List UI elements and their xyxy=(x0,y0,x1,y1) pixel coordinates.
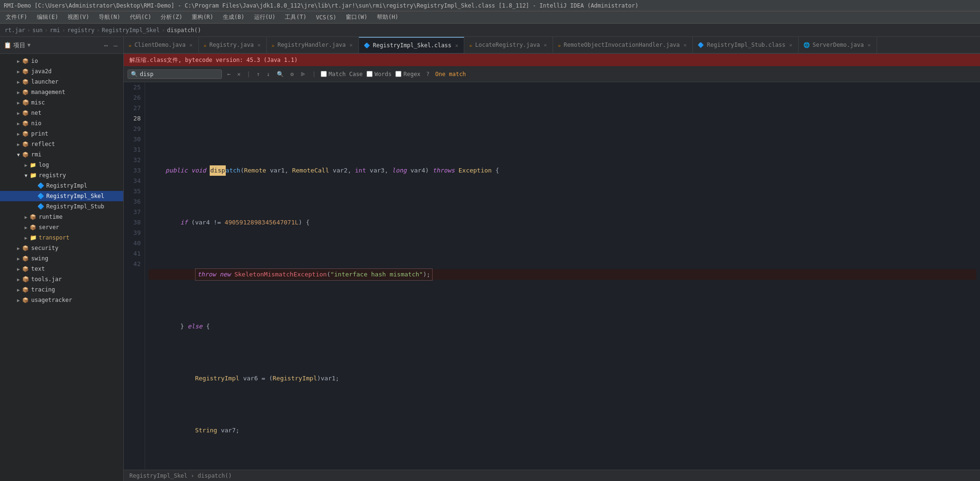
tab-registryhandler[interactable]: ☕ RegistryHandler.java ✕ xyxy=(267,37,359,53)
tree-arrow-log: ▶ xyxy=(23,162,29,168)
search-input[interactable] xyxy=(140,71,196,77)
menu-tools[interactable]: 工具(T) xyxy=(281,12,310,22)
menu-edit[interactable]: 编辑(E) xyxy=(33,12,62,22)
menu-view[interactable]: 视图(V) xyxy=(64,12,93,22)
tree-label-log: log xyxy=(39,162,49,168)
tab-locateregistry[interactable]: ☕ LocateRegistry.java ✕ xyxy=(464,37,553,53)
tree-item-toolsjar[interactable]: ▶ 📦 tools.jar xyxy=(0,274,123,284)
search-words-checkbox[interactable] xyxy=(366,71,373,77)
tree-label-launcher: launcher xyxy=(31,78,59,85)
tab-icon-registryimpl-skel: 🔷 xyxy=(364,43,370,49)
menu-analyze[interactable]: 分析(Z) xyxy=(157,12,186,22)
breadcrumb: rt.jar › sun › rmi › registry › Registry… xyxy=(0,24,980,37)
code-line-27: if (var4 != 4905912898345647071L ) { xyxy=(149,217,976,228)
tab-serverdemo[interactable]: 🌐 ServerDemo.java ✕ xyxy=(799,37,877,53)
search-matchcase-checkbox[interactable] xyxy=(321,71,327,77)
tree-arrow-toolsjar: ▶ xyxy=(15,276,22,283)
search-words-option[interactable]: Words xyxy=(366,71,392,77)
tree-item-server[interactable]: ▶ 📦 server xyxy=(0,222,123,232)
tree-item-registry[interactable]: ▼ 📁 registry xyxy=(0,170,123,180)
tree-label-transport: transport xyxy=(39,234,69,241)
tree-item-swing[interactable]: ▶ 📦 swing xyxy=(0,253,123,264)
tree-item-security[interactable]: ▶ 📦 security xyxy=(0,243,123,253)
search-filter-btn[interactable]: ⫸ xyxy=(299,70,307,78)
breadcrumb-rmi[interactable]: rmi xyxy=(50,27,60,34)
tree-item-registryimpl-skel[interactable]: 🔷 RegistryImpl_Skel xyxy=(0,191,123,201)
search-matchcase-label: Match Case xyxy=(329,71,363,77)
tree-item-text[interactable]: ▶ 📦 text xyxy=(0,264,123,274)
tree-item-management[interactable]: ▶ 📦 management xyxy=(0,87,123,97)
tab-remoteobjinvocationhandler[interactable]: ☕ RemoteObjectInvocationHandler.java ✕ xyxy=(553,37,693,53)
tree-item-runtime[interactable]: ▶ 📦 runtime xyxy=(0,212,123,222)
tree-item-print[interactable]: ▶ 📦 print xyxy=(0,129,123,139)
tab-close-registryimpl-stub[interactable]: ✕ xyxy=(788,42,793,49)
tab-icon-locateregistry: ☕ xyxy=(469,42,472,48)
search-down-btn[interactable]: ↓ xyxy=(265,70,272,78)
tab-close-clientdemo[interactable]: ✕ xyxy=(188,42,194,49)
tree-label-print: print xyxy=(31,130,48,137)
menu-build[interactable]: 生成(B) xyxy=(219,12,248,22)
search-regex-option[interactable]: Regex xyxy=(395,71,420,77)
line-num-34: 34 xyxy=(128,176,141,186)
tab-icon-remoteobjinvocationhandler: ☕ xyxy=(558,42,561,48)
menu-window[interactable]: 窗口(W) xyxy=(342,12,371,22)
menu-navigate[interactable]: 导航(N) xyxy=(95,12,124,22)
search-settings-btn[interactable]: ⚙ xyxy=(289,70,295,78)
sidebar-minimize-icon[interactable]: — xyxy=(112,41,119,50)
tree-item-tracing[interactable]: ▶ 📦 tracing xyxy=(0,284,123,295)
sidebar-gear-icon[interactable]: ⋯ xyxy=(102,41,110,50)
tab-close-registryhandler[interactable]: ✕ xyxy=(349,42,354,49)
breadcrumb-rtjar[interactable]: rt.jar xyxy=(5,27,25,34)
search-regex-checkbox[interactable] xyxy=(395,71,401,77)
tree-item-launcher[interactable]: ▶ 📦 launcher xyxy=(0,77,123,87)
tab-registry[interactable]: ☕ Registry.java ✕ xyxy=(199,37,267,53)
tab-close-locateregistry[interactable]: ✕ xyxy=(543,42,548,49)
menu-run[interactable]: 运行(U) xyxy=(250,12,280,22)
tree-item-registryimpl[interactable]: 🔷 RegistryImpl xyxy=(0,180,123,191)
search-result: One match xyxy=(435,71,466,77)
code-editor[interactable]: 25 26 27 28 29 30 31 32 33 34 35 36 37 3… xyxy=(124,82,980,470)
tree-item-transport[interactable]: ▶ 📁 transport xyxy=(0,232,123,243)
menu-vcs[interactable]: VCS(S) xyxy=(312,13,340,22)
menu-file[interactable]: 文件(F) xyxy=(2,12,31,22)
search-up-btn[interactable]: ↑ xyxy=(255,70,261,78)
tab-close-remoteobjinvocationhandler[interactable]: ✕ xyxy=(682,42,688,49)
tree-item-rmi[interactable]: ▼ 📦 rmi xyxy=(0,149,123,160)
package-icon-net: 📦 xyxy=(22,109,29,117)
tree-label-rmi: rmi xyxy=(31,151,42,158)
tree-arrow-launcher: ▶ xyxy=(15,78,22,85)
tree-item-net[interactable]: ▶ 📦 net xyxy=(0,108,123,118)
tree-arrow-text: ▶ xyxy=(15,266,22,272)
tree-item-log[interactable]: ▶ 📁 log xyxy=(0,160,123,170)
tab-registryimpl-stub[interactable]: 🔷 RegistryImpl_Stub.class ✕ xyxy=(693,37,799,53)
search-regex-label: Regex xyxy=(403,71,420,77)
tree-item-nio[interactable]: ▶ 📦 nio xyxy=(0,118,123,129)
tab-close-serverdemo[interactable]: ✕ xyxy=(867,42,872,49)
sidebar-dropdown-icon[interactable]: ▼ xyxy=(27,42,31,48)
tab-label-registryhandler: RegistryHandler.java xyxy=(277,42,346,48)
search-clear-btn[interactable]: ✕ xyxy=(236,70,242,78)
tab-close-registry[interactable]: ✕ xyxy=(256,42,262,49)
search-prev-btn[interactable]: ← xyxy=(226,70,232,78)
search-find-usages-btn[interactable]: 🔍 xyxy=(275,70,285,78)
tree-item-java2d[interactable]: ▶ 📦 java2d xyxy=(0,66,123,77)
tree-item-reflect[interactable]: ▶ 📦 reflect xyxy=(0,139,123,149)
tree-item-misc[interactable]: ▶ 📦 misc xyxy=(0,97,123,108)
tab-registryimpl-skel[interactable]: 🔷 RegistryImpl_Skel.class ✕ xyxy=(359,37,465,53)
tab-clientdemo[interactable]: ☕ ClientDemo.java ✕ xyxy=(124,37,199,53)
menu-help[interactable]: 帮助(H) xyxy=(373,12,402,22)
search-help-icon[interactable]: ? xyxy=(426,71,429,77)
tree-item-registryimpl-stub[interactable]: 🔷 RegistryImpl_Stub xyxy=(0,201,123,212)
code-content[interactable]: public void disp atch ( Remote var1, Rem… xyxy=(145,82,980,470)
search-matchcase-option[interactable]: Match Case xyxy=(321,71,363,77)
tree-item-usagetracker[interactable]: ▶ 📦 usagetracker xyxy=(0,295,123,305)
tab-close-registryimpl-skel[interactable]: ✕ xyxy=(454,42,460,49)
breadcrumb-class[interactable]: RegistryImpl_Skel xyxy=(102,27,160,34)
tree-item-io[interactable]: ▶ 📦 io xyxy=(0,56,123,66)
menu-refactor[interactable]: 重构(R) xyxy=(188,12,217,22)
breadcrumb-registry[interactable]: registry xyxy=(67,27,94,34)
menu-code[interactable]: 代码(C) xyxy=(126,12,155,22)
line-num-41: 41 xyxy=(128,249,141,259)
breadcrumb-method[interactable]: dispatch() xyxy=(167,27,201,34)
breadcrumb-sun[interactable]: sun xyxy=(33,27,43,34)
